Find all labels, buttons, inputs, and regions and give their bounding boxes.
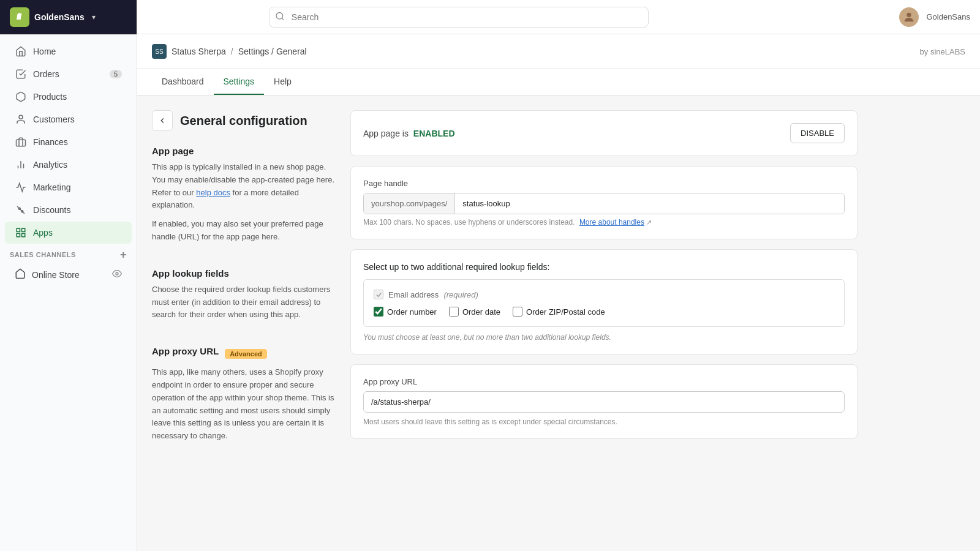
svg-point-15 [907, 12, 911, 17]
order-date-checkbox-item[interactable]: Order date [449, 307, 500, 317]
svg-rect-11 [17, 234, 20, 237]
tab-settings[interactable]: Settings [214, 69, 265, 95]
online-store-icon [15, 268, 26, 281]
tab-help[interactable]: Help [264, 69, 301, 95]
more-handles-link[interactable]: More about handles [579, 218, 644, 227]
svg-point-12 [116, 272, 118, 275]
page-handle-card: Page handle yourshop.com/pages/ Max 100 … [350, 166, 858, 239]
topbar-store-user: GoldenSans [926, 12, 970, 21]
lookup-email-row: Email address (required) [374, 290, 834, 299]
sales-channels-label: SALES CHANNELS + [0, 244, 137, 263]
sidebar-header: GoldenSans ▾ [0, 0, 137, 35]
order-zip-label: Order ZIP/Postal code [526, 307, 605, 317]
add-sales-channel-button[interactable]: + [120, 249, 127, 260]
breadcrumb-path: Settings / General [238, 47, 307, 56]
proxy-title: App proxy URL [152, 346, 219, 356]
order-zip-checkbox-item[interactable]: Order ZIP/Postal code [513, 307, 605, 317]
order-number-label: Order number [387, 307, 437, 317]
eye-icon[interactable] [112, 269, 122, 280]
page-body: General configuration App page This app … [137, 96, 872, 482]
advanced-badge: Advanced [225, 349, 267, 359]
status-text: App page is ENABLED [363, 129, 455, 138]
proxy-title-row: App proxy URL Advanced [152, 346, 336, 361]
app-page-status-card: App page is ENABLED DISABLE [350, 110, 858, 156]
by-label: by sineLABS [920, 47, 965, 56]
sidebar-item-discounts-label: Discounts [33, 205, 70, 215]
svg-point-0 [19, 115, 23, 119]
proxy-hint: Most users should leave this setting as … [363, 418, 845, 426]
lookup-description: Choose the required order lookup fields … [152, 283, 336, 321]
finances-icon [15, 136, 27, 148]
url-input[interactable] [455, 193, 844, 214]
app-icon: SS [152, 44, 167, 59]
search-input[interactable] [269, 7, 649, 28]
svg-rect-8 [17, 228, 20, 231]
sidebar-item-apps[interactable]: Apps [5, 222, 132, 244]
page-title-row: General configuration [152, 110, 336, 131]
apps-icon [15, 227, 27, 239]
proxy-section-desc: App proxy URL Advanced This app, like ma… [152, 346, 336, 443]
breadcrumb-app-name: Status Sherpa [172, 47, 226, 56]
search-icon [275, 11, 285, 23]
page-handle-label: Page handle [363, 179, 845, 188]
url-input-group: yourshop.com/pages/ [363, 193, 845, 214]
lookup-title: App lookup fields [152, 268, 336, 279]
svg-rect-9 [22, 228, 25, 231]
discounts-icon [15, 204, 27, 216]
sidebar-item-online-store[interactable]: Online Store [5, 263, 132, 286]
disable-button[interactable]: DISABLE [790, 123, 845, 143]
sidebar-item-discounts[interactable]: Discounts [5, 199, 132, 221]
app-page-title: App page [152, 146, 336, 156]
breadcrumb-bar: SS Status Sherpa / Settings / General by… [137, 34, 980, 69]
sidebar-item-analytics[interactable]: Analytics [5, 154, 132, 176]
search-bar [269, 7, 649, 28]
content-area: SS Status Sherpa / Settings / General by… [137, 34, 980, 551]
products-icon [15, 91, 27, 103]
order-number-checkbox[interactable] [374, 307, 383, 317]
page-title: General configuration [180, 114, 307, 128]
proxy-url-label: App proxy URL [363, 377, 845, 386]
topbar-right: GoldenSans [899, 7, 970, 27]
status-enabled-value: ENABLED [413, 129, 455, 138]
sidebar-item-orders[interactable]: Orders 5 [5, 63, 132, 85]
lookup-fields-card: Select up to two additional required loo… [350, 249, 858, 354]
store-chevron-icon[interactable]: ▾ [92, 13, 96, 21]
email-required: (required) [443, 290, 478, 299]
sidebar-item-customers[interactable]: Customers [5, 108, 132, 130]
sidebar-item-marketing[interactable]: Marketing [5, 176, 132, 198]
help-docs-link[interactable]: help docs [196, 188, 230, 197]
order-number-checkbox-item[interactable]: Order number [374, 307, 437, 317]
sidebar-item-products[interactable]: Products [5, 86, 132, 108]
svg-line-14 [282, 18, 284, 20]
page-content: SS Status Sherpa / Settings / General by… [137, 34, 980, 482]
app-page-section-desc: App page This app is typically installed… [152, 146, 336, 244]
sidebar-item-finances-label: Finances [33, 137, 68, 147]
shopify-logo [10, 7, 29, 27]
avatar [899, 7, 919, 27]
svg-rect-1 [17, 140, 26, 146]
sidebar-nav: Home Orders 5 Products [0, 35, 137, 551]
sidebar-item-finances[interactable]: Finances [5, 131, 132, 153]
sidebar: GoldenSans ▾ Home Orders 5 [0, 0, 137, 551]
proxy-url-input[interactable] [363, 391, 845, 413]
online-store-label: Online Store [32, 270, 80, 280]
tab-dashboard[interactable]: Dashboard [152, 69, 214, 95]
sidebar-item-home[interactable]: Home [5, 40, 132, 62]
back-button[interactable] [152, 110, 173, 131]
url-hint: Max 100 chars. No spaces, use hyphens or… [363, 218, 845, 227]
customers-icon [15, 113, 27, 126]
svg-line-7 [17, 206, 24, 214]
home-icon [15, 45, 27, 58]
orders-badge: 5 [110, 70, 122, 78]
sidebar-item-analytics-label: Analytics [33, 160, 67, 170]
checkboxes-row: Order number Order date Order ZIP/Postal… [374, 307, 834, 317]
proxy-description: This app, like many others, uses a Shopi… [152, 366, 336, 443]
order-zip-checkbox[interactable] [513, 307, 522, 317]
email-checkbox-disabled [374, 290, 383, 299]
app-page-description: This app is typically installed in a new… [152, 161, 336, 212]
svg-rect-10 [22, 234, 25, 237]
order-date-checkbox[interactable] [449, 307, 459, 317]
sidebar-item-home-label: Home [33, 47, 56, 56]
status-row: App page is ENABLED DISABLE [363, 123, 845, 143]
analytics-icon [15, 159, 27, 171]
